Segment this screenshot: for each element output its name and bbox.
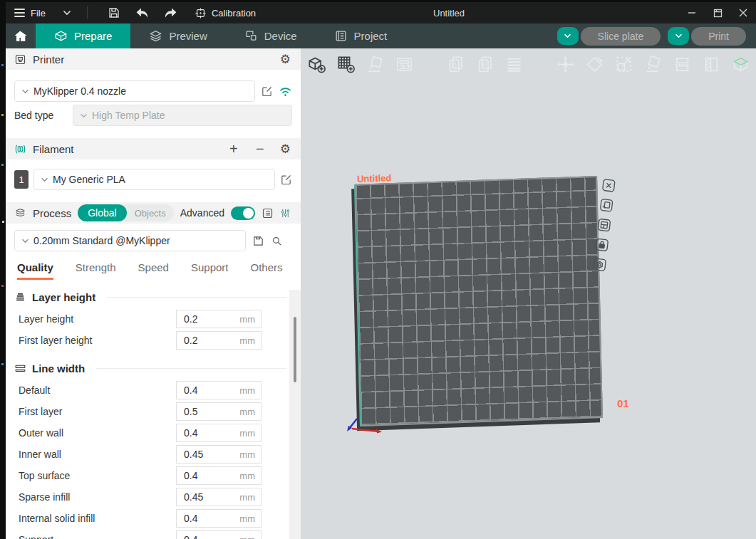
auto-orient-icon xyxy=(365,54,385,74)
scope-global-option[interactable]: Global xyxy=(78,204,126,221)
layer-height-icon xyxy=(14,291,26,303)
tab-prepare[interactable]: Prepare xyxy=(36,23,130,48)
setting-input[interactable] xyxy=(177,512,227,525)
add-model-icon[interactable] xyxy=(306,54,326,74)
tab-device[interactable]: Device xyxy=(230,23,311,48)
viewport-toolbar: 0PTa xyxy=(306,54,756,74)
app-window: File Calibration xyxy=(6,2,756,539)
close-button[interactable] xyxy=(730,2,756,23)
setting-input-box: mm xyxy=(176,445,262,464)
slice-plate-button[interactable]: Slice plate xyxy=(581,27,661,46)
setting-input[interactable] xyxy=(177,469,227,482)
bed-type-label: Bed type xyxy=(14,110,67,121)
setting-tab-speed[interactable]: Speed xyxy=(138,261,169,280)
parameters-icon[interactable] xyxy=(280,207,291,219)
file-menu-chevron-icon[interactable] xyxy=(63,10,71,16)
delete-plate-icon[interactable] xyxy=(601,177,617,194)
setting-tab-others[interactable]: Others xyxy=(251,261,283,280)
plate-number-label: 01 xyxy=(617,397,629,409)
window-title: Untitled xyxy=(433,2,465,23)
device-icon xyxy=(244,29,258,43)
process-preset-select[interactable]: 0.20mm Standard @MyKlipper xyxy=(14,230,246,251)
filament-section-title: Filament xyxy=(33,143,74,155)
build-plate[interactable] xyxy=(354,176,603,427)
tab-preview[interactable]: Preview xyxy=(135,23,221,48)
printer-section-header: Printer ⚙ xyxy=(6,48,301,70)
objects-list-icon[interactable] xyxy=(262,207,274,219)
setting-tab-support[interactable]: Support xyxy=(191,261,229,280)
move-icon xyxy=(555,54,575,74)
print-options-dropdown[interactable] xyxy=(668,27,689,45)
remove-filament-button[interactable]: − xyxy=(254,142,266,156)
printer-settings-gear-icon[interactable]: ⚙ xyxy=(280,52,291,67)
setting-unit: mm xyxy=(239,314,255,325)
file-menu-label: File xyxy=(31,8,46,19)
settings-scrollbar-thumb[interactable] xyxy=(294,317,296,382)
rotate-icon xyxy=(584,54,604,74)
save-button[interactable] xyxy=(103,4,125,21)
split-parts-icon: P xyxy=(475,54,494,74)
setting-input[interactable] xyxy=(177,491,227,503)
cut-icon xyxy=(672,54,692,74)
print-button[interactable]: Print xyxy=(691,27,746,46)
filament-slot-badge: 1 xyxy=(14,170,29,189)
setting-input[interactable] xyxy=(177,313,227,325)
home-button[interactable] xyxy=(6,23,36,48)
process-scope-toggle[interactable]: Global Objects xyxy=(78,204,174,221)
printer-icon xyxy=(14,53,26,66)
maximize-button[interactable] xyxy=(705,2,730,23)
setting-row: Sparse infillmm xyxy=(6,486,301,508)
undo-button[interactable] xyxy=(132,4,153,21)
scope-objects-option[interactable]: Objects xyxy=(127,204,174,221)
setting-input-box: mm xyxy=(176,530,262,539)
minimize-button[interactable] xyxy=(679,2,705,23)
process-icon xyxy=(14,207,26,219)
filament-preset-select[interactable]: My Generic PLA xyxy=(33,169,275,190)
plate-settings-icon[interactable] xyxy=(591,256,608,273)
setting-tab-strength[interactable]: Strength xyxy=(76,261,116,280)
redo-button[interactable] xyxy=(160,4,182,21)
slice-options-dropdown[interactable] xyxy=(557,27,579,45)
orient-plate-icon[interactable] xyxy=(599,197,615,214)
setting-input[interactable] xyxy=(177,533,227,539)
file-menu-button[interactable]: File xyxy=(14,6,46,19)
edit-printer-icon[interactable] xyxy=(261,85,273,98)
add-filament-button[interactable]: + xyxy=(227,142,240,156)
settings-sidebar: Printer ⚙ MyKlipper 0.4 nozzle xyxy=(6,48,301,539)
advanced-toggle[interactable] xyxy=(231,206,255,220)
setting-input[interactable] xyxy=(177,334,227,347)
setting-input[interactable] xyxy=(177,448,227,461)
edit-filament-icon[interactable] xyxy=(280,174,292,186)
setting-label: First layer height xyxy=(19,335,176,346)
search-settings-icon[interactable] xyxy=(271,235,283,247)
setting-label: Inner wall xyxy=(19,449,176,460)
add-plate-icon[interactable] xyxy=(336,54,356,74)
setting-input[interactable] xyxy=(177,427,227,439)
setting-tab-quality[interactable]: Quality xyxy=(17,261,53,280)
setting-row: Supportmm xyxy=(6,529,301,539)
plate-name-label: Untitled xyxy=(357,172,392,184)
tab-project[interactable]: Project xyxy=(320,23,402,48)
arrange-plate-icon[interactable] xyxy=(596,216,612,233)
tab-prepare-label: Prepare xyxy=(74,30,112,42)
viewport-3d[interactable]: 0PTa Untitled 01 xyxy=(301,48,756,539)
lock-plate-icon[interactable] xyxy=(594,236,610,253)
filament-settings-gear-icon[interactable]: ⚙ xyxy=(280,142,291,157)
save-preset-icon[interactable] xyxy=(252,235,264,247)
printer-connection-wifi-icon[interactable] xyxy=(279,86,292,97)
calibration-button[interactable]: Calibration xyxy=(195,7,256,19)
setting-input[interactable] xyxy=(177,384,227,397)
setting-input[interactable] xyxy=(177,405,227,418)
svg-text:0: 0 xyxy=(452,62,457,70)
setting-input-box: mm xyxy=(176,509,262,528)
bed-type-select[interactable]: High Temp Plate xyxy=(73,105,292,126)
settings-scrollbar-track[interactable] xyxy=(289,290,301,539)
tab-preview-label: Preview xyxy=(169,30,207,42)
setting-row: Outer wallmm xyxy=(6,422,301,444)
calibration-label: Calibration xyxy=(212,8,256,19)
setting-tabs: QualityStrengthSpeedSupportOthers xyxy=(6,251,301,280)
split-objects-icon: 0 xyxy=(445,54,465,74)
setting-label: First layer xyxy=(19,406,176,417)
printer-preset-select[interactable]: MyKlipper 0.4 nozzle xyxy=(14,80,255,102)
setting-unit: mm xyxy=(239,535,255,539)
